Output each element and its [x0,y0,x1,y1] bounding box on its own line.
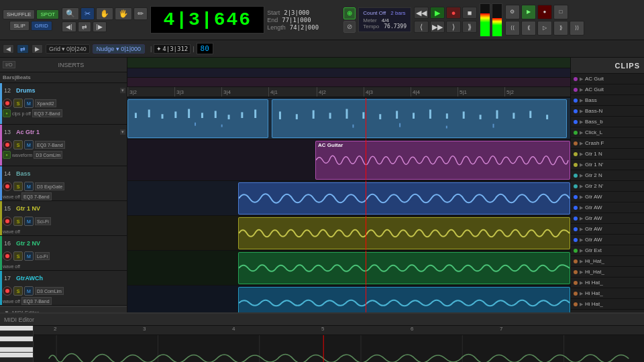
grid-selector[interactable]: Grid ▾ 0|0|240 [46,44,90,54]
clip-item-gtraw4[interactable]: ▶Gtr AW [571,224,644,235]
drums-clip-2[interactable] [272,99,567,138]
bass-clip[interactable] [238,182,570,215]
acgtr1-s-btn[interactable]: S [13,140,23,149]
gtr1nv-m-btn[interactable]: M [24,217,34,226]
bass-wave[interactable]: wave [3,194,13,199]
ff-button[interactable]: ▶▶ [430,21,445,33]
grid-button[interactable]: GRID [31,21,52,31]
clip-item-gtr1n1[interactable]: ▶Gtr 1 N [571,149,644,160]
drums-insert-1[interactable]: Xpandl2 [35,99,56,107]
piano-key-1[interactable] [0,326,33,331]
clip-item-hihat2[interactable]: ▶Hi_Hat_ [571,267,644,278]
settings-btn[interactable]: ⚙ [505,5,520,19]
spot-button[interactable]: SPOT [36,9,59,19]
loop-back-button[interactable]: ⟨ [414,21,429,33]
clip-item-hihat6[interactable]: ▶Hi Hat_ [571,310,644,312]
trim-tool[interactable]: ✂ [80,7,95,20]
bass-off[interactable]: off [15,194,20,199]
piano-key-4[interactable] [0,342,33,347]
clip-item-hihat4[interactable]: ▶Hi Hat_ [571,288,644,299]
nav-fwd-btn[interactable]: ▶ [32,44,43,54]
clip-item-clickl[interactable]: ▶Click_L [571,127,644,138]
drums-clps-btn[interactable]: ● [3,109,11,117]
rec2-btn[interactable]: ● [537,5,552,19]
bass-insert-2[interactable]: EQ3 7-Band [21,192,52,200]
grab-tool[interactable]: ✋ [96,7,113,20]
clip-item-gtraw1[interactable]: ▶Gtr AW [571,192,644,202]
clip-item-gtrext[interactable]: ▶Gtr Ext [571,245,644,256]
drums-s-btn[interactable]: S [13,99,23,108]
bass-m-btn[interactable]: M [24,182,34,191]
gtrawch-clip[interactable] [238,287,570,312]
gtr2nv-off[interactable]: off [15,264,20,269]
clip-item-bassn[interactable]: ▶Bass-N [571,106,644,117]
piano-key-3[interactable] [0,337,33,342]
stop-button[interactable]: ■ [462,7,477,19]
gtr2nv-m-btn[interactable]: M [24,251,34,261]
clip-item-crashf[interactable]: ▶Crash F [571,138,644,149]
btn9[interactable]: ⟩⟩ [570,21,584,36]
play-button[interactable]: ▶ [430,7,445,19]
pencil-tool[interactable]: ✏ [133,7,148,20]
drums-ctrl-1[interactable]: clps [12,111,20,116]
acgtr1-rec-btn[interactable] [3,140,12,149]
clip-item-gtraw2[interactable]: ▶Gtr AW [571,202,644,213]
drums-insert-2[interactable]: EQ3 7-Band [32,109,62,117]
bass-s-btn[interactable]: S [13,182,23,191]
sync-icon[interactable]: ⊕ [343,7,356,19]
gtrawch-insert-1[interactable]: D3 ComLim [35,287,64,295]
clip-item-gtr2n2[interactable]: ▶Gtr 2 N' [571,181,644,192]
gtr2nv-clip[interactable] [238,252,570,284]
clip-item-bass[interactable]: ▶Bass [571,95,644,106]
gtrawch-off[interactable]: off [15,299,20,304]
clip-item-hihat3[interactable]: ▶Hi Hat_ [571,278,644,288]
acgtr1-clip[interactable]: AC Guitar [315,141,570,180]
monitor-btn[interactable]: ▶ [521,5,536,19]
bass-insert-1[interactable]: D3 ExpGate [35,182,64,190]
drums-m-btn[interactable]: M [24,99,34,108]
btn4[interactable]: □ [553,5,568,19]
fwd-btn[interactable]: |▶ [93,21,107,32]
acgtr1-m-btn[interactable]: M [24,140,34,149]
gtr2nv-insert[interactable]: Lo-Fi [35,252,50,260]
btn5[interactable]: ⟨⟨ [505,21,520,36]
piano-key-7[interactable] [0,358,33,362]
rewind-button[interactable]: ◀◀ [414,7,429,19]
shuffle-button[interactable]: SHUFFLE [3,9,35,19]
drums-clip-1[interactable] [127,99,268,138]
drums-ctrl-3[interactable]: off [25,111,31,116]
gtr1nv-clip[interactable] [238,217,570,249]
zoom-tool[interactable]: 🔍 [62,7,79,20]
gtr1nv-rec-btn[interactable] [3,217,12,226]
acgtr1-waveform[interactable]: waveform [12,153,32,158]
gtr1nv-wave[interactable]: wave [3,229,13,234]
piano-key-5[interactable] [0,347,33,353]
clip-item-bassb[interactable]: ▶Bass_b [571,117,644,127]
btn8[interactable]: ⟫ [553,21,568,36]
clip-item-gtraw3[interactable]: ▶Gtr AW [571,213,644,224]
drums-ctrl-2[interactable]: p [21,111,24,116]
slip-button[interactable]: SLIP [9,21,29,31]
pan-tool[interactable]: 🖐 [115,7,132,20]
gtrawch-insert-2[interactable]: EQ3 7-Band [21,297,52,305]
nudge-selector[interactable]: Nudge ▾ 0|1|000 [93,44,145,54]
nav-back-btn[interactable]: ◀ [3,44,14,54]
record-button[interactable]: ● [446,7,461,19]
back-btn[interactable]: ◀| [62,21,76,32]
btn7[interactable]: ▷ [537,21,552,36]
gtr1nv-insert[interactable]: Sci-Fi [35,217,51,225]
link-icon[interactable]: ⊘ [343,21,356,33]
clip-item-acguit2[interactable]: ▶AC Guit [571,84,644,95]
clip-item-hihat5[interactable]: ▶Hi Hat_ [571,299,644,310]
bass-rec-btn[interactable] [3,182,12,191]
acgtr1-insert-2[interactable]: D3 ComLim [34,151,62,159]
gtr1nv-s-btn[interactable]: S [13,217,23,226]
gtr2nv-rec-btn[interactable] [3,251,12,261]
end-button[interactable]: ⟫ [462,21,477,33]
acgtr1-auto-btn[interactable]: ● [3,151,11,159]
nav-sync-btn[interactable]: ⇄ [17,44,29,54]
gtr1nv-off[interactable]: off [15,229,20,234]
acgtr1-insert-1[interactable]: EQ3 7-Band [35,141,65,149]
gtrawch-wave[interactable]: wave [3,299,13,304]
gtr2nv-s-btn[interactable]: S [13,251,23,261]
